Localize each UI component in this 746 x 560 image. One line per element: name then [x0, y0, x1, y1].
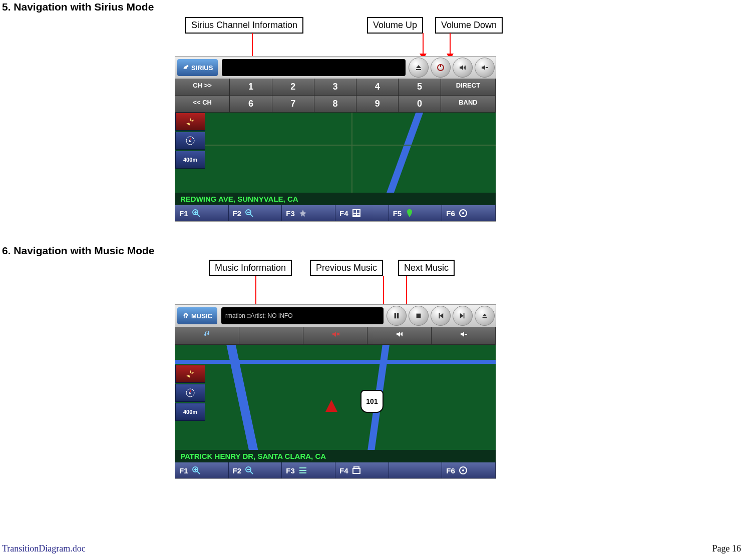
blank-button[interactable] — [239, 327, 303, 345]
section-heading-sirius: 5. Navigation with Sirius Mode — [2, 1, 154, 13]
callout-previous-music: Previous Music — [310, 260, 383, 276]
arrow-volume-up — [423, 33, 424, 59]
svg-rect-8 — [395, 313, 397, 319]
highway-shield: 101 — [360, 390, 384, 413]
compass-icon[interactable]: N — [175, 384, 205, 402]
scale-indicator[interactable]: 400m — [175, 151, 205, 169]
f5-pin[interactable]: F5 — [389, 205, 443, 221]
arrow-volume-down — [450, 33, 451, 59]
f5-label: F5 — [393, 209, 402, 218]
svg-text:N: N — [189, 140, 191, 143]
f1-label: F1 — [179, 209, 188, 218]
f1-zoom-in[interactable]: F1 — [175, 205, 229, 221]
f5-empty[interactable] — [389, 462, 443, 478]
previous-track-button[interactable] — [431, 306, 451, 326]
music-mode-badge[interactable]: MUSIC — [177, 307, 217, 324]
page-number: Page 16 — [712, 543, 741, 554]
callout-next-music: Next Music — [398, 260, 455, 276]
dog-icon — [182, 64, 189, 72]
sirius-map-tools: N 400m — [175, 113, 205, 169]
device-sirius: SIRIUS CH >> 1 2 3 4 5 DIRECT << CH 6 7 … — [175, 56, 496, 222]
music-map[interactable]: 101 N 400m — [175, 345, 496, 450]
headphones-icon — [182, 312, 189, 320]
map-gridline — [351, 113, 352, 193]
volume-up-button[interactable] — [453, 58, 473, 78]
stop-button[interactable] — [409, 306, 429, 326]
sirius-keypad: CH >> 1 2 3 4 5 DIRECT << CH 6 7 8 9 0 B… — [175, 79, 496, 113]
callout-music-info: Music Information — [209, 260, 292, 276]
sirius-info-display — [222, 59, 406, 76]
mute-button[interactable] — [303, 327, 367, 345]
eject-button[interactable] — [475, 306, 495, 326]
key-8[interactable]: 8 — [314, 96, 356, 113]
key-4[interactable]: 4 — [356, 79, 399, 96]
volume-up-button[interactable] — [367, 327, 432, 345]
key-6[interactable]: 6 — [230, 96, 272, 113]
callout-sirius-channel-info: Sirius Channel Information — [185, 17, 303, 34]
sirius-function-keys: F1 F2 F3 F4 F5 F6 — [175, 205, 496, 221]
sirius-topbar: SIRIUS — [175, 57, 496, 79]
f2-zoom-out[interactable]: F2 — [229, 205, 282, 221]
sirius-street-name: REDWING AVE, SUNNYVALE, CA — [175, 193, 496, 205]
music-info-display: rmation □Artist: NO INFO — [221, 307, 384, 324]
f3-button[interactable]: F3 — [282, 205, 335, 221]
key-7[interactable]: 7 — [272, 96, 314, 113]
gps-status-icon[interactable] — [175, 365, 205, 383]
f3-menu[interactable]: F3 — [282, 462, 335, 478]
volume-down-button[interactable] — [475, 58, 495, 78]
svg-point-16 — [462, 469, 464, 471]
key-3[interactable]: 3 — [314, 79, 356, 96]
music-street-name: PATRICK HENRY DR, SANTA CLARA, CA — [175, 450, 496, 462]
key-2[interactable]: 2 — [272, 79, 314, 96]
map-road — [175, 360, 496, 364]
f6-label: F6 — [446, 466, 455, 475]
map-road — [381, 113, 425, 193]
sirius-keypad-row-1: CH >> 1 2 3 4 5 DIRECT — [175, 79, 496, 96]
scale-indicator[interactable]: 400m — [175, 403, 205, 421]
gps-status-icon[interactable] — [175, 113, 205, 131]
pause-button[interactable] — [387, 306, 407, 326]
f3-label: F3 — [286, 209, 295, 218]
compass-icon[interactable]: N — [175, 132, 205, 150]
direct-button[interactable]: DIRECT — [441, 79, 496, 96]
f4-label: F4 — [339, 466, 348, 475]
channel-next-button[interactable]: CH >> — [175, 79, 230, 96]
band-button[interactable]: BAND — [441, 96, 496, 113]
svg-point-7 — [462, 212, 464, 214]
music-function-keys: F1 F2 F3 F4 F6 — [175, 462, 496, 478]
key-1[interactable]: 1 — [230, 79, 272, 96]
key-0[interactable]: 0 — [399, 96, 441, 113]
volume-down-button[interactable] — [432, 327, 496, 345]
doc-filename: TransitionDiagram.doc — [2, 543, 86, 554]
svg-rect-9 — [397, 313, 399, 319]
f1-label: F1 — [179, 466, 188, 475]
f1-zoom-in[interactable]: F1 — [175, 462, 229, 478]
f6-target[interactable]: F6 — [442, 462, 496, 478]
current-position-icon — [325, 400, 337, 412]
sirius-keypad-row-2: << CH 6 7 8 9 0 BAND — [175, 96, 496, 113]
power-button[interactable] — [431, 58, 451, 78]
next-track-button[interactable] — [453, 306, 473, 326]
key-5[interactable]: 5 — [399, 79, 441, 96]
f6-target[interactable]: F6 — [442, 205, 496, 221]
f2-label: F2 — [233, 466, 242, 475]
callout-volume-down: Volume Down — [435, 17, 503, 34]
svg-rect-1 — [440, 64, 441, 67]
music-secondary-bar — [175, 327, 496, 345]
music-mode-label: MUSIC — [191, 312, 212, 320]
f4-label: F4 — [339, 209, 348, 218]
map-gridline — [175, 145, 496, 146]
music-note-button[interactable] — [175, 327, 239, 345]
svg-rect-10 — [417, 314, 421, 318]
sirius-map[interactable]: N 400m — [175, 113, 496, 193]
sirius-mode-badge[interactable]: SIRIUS — [177, 59, 218, 76]
f2-zoom-out[interactable]: F2 — [229, 462, 282, 478]
sirius-mode-label: SIRIUS — [191, 64, 213, 72]
channel-prev-button[interactable]: << CH — [175, 96, 230, 113]
section-heading-music: 6. Navigation with Music Mode — [2, 245, 155, 257]
device-music: MUSIC rmation □Artist: NO INFO 101 N — [175, 304, 496, 479]
eject-button[interactable] — [409, 58, 429, 78]
f4-button[interactable]: F4 — [335, 205, 389, 221]
key-9[interactable]: 9 — [356, 96, 399, 113]
f4-button[interactable]: F4 — [335, 462, 389, 478]
